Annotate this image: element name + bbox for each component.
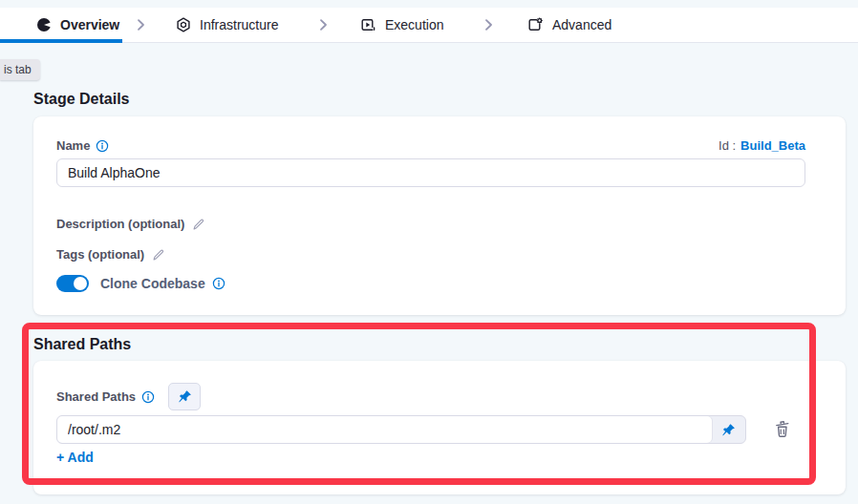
pin-input-button[interactable] (712, 416, 745, 443)
stage-tab-bar: Overview Infrastructure (0, 8, 858, 43)
clone-codebase-toggle[interactable] (56, 275, 89, 292)
add-path-link[interactable]: + Add (56, 450, 94, 465)
infrastructure-hexagon-icon (176, 17, 191, 32)
stage-configuration-screen: Overview Infrastructure (0, 0, 858, 504)
tab-advanced-label: Advanced (552, 17, 611, 32)
tab-execution-label: Execution (385, 17, 443, 32)
stage-details-card: Name Id : Build_Beta Description (option… (33, 116, 846, 315)
shared-path-input-group (56, 415, 746, 444)
stage-id-link[interactable]: Build_Beta (740, 138, 805, 153)
stage-name-input[interactable] (56, 158, 805, 187)
pin-icon (721, 423, 736, 437)
chevron-right-icon (481, 17, 496, 32)
active-tab-underline (0, 39, 122, 43)
chevron-right-icon (315, 17, 331, 32)
trash-icon (773, 419, 792, 439)
tags-label: Tags (optional) (56, 247, 144, 262)
tab-infrastructure-label: Infrastructure (200, 17, 278, 32)
info-icon[interactable] (96, 139, 109, 153)
toggle-knob (74, 277, 87, 290)
info-icon[interactable] (141, 390, 155, 404)
delete-path-button[interactable] (770, 416, 795, 441)
shared-paths-label: Shared Paths (56, 389, 155, 404)
edit-tags-pencil-icon[interactable] (152, 248, 165, 262)
execution-play-icon (360, 17, 376, 32)
clone-codebase-label: Clone Codebase (100, 276, 225, 291)
tooltip-text: is tab (4, 63, 32, 76)
name-label: Name (56, 138, 109, 153)
id-prefix: Id : (719, 138, 736, 153)
shared-paths-heading: Shared Paths (33, 336, 131, 353)
edit-description-pencil-icon[interactable] (192, 218, 205, 231)
info-icon[interactable] (212, 277, 225, 290)
tab-advanced[interactable]: Advanced (527, 8, 611, 42)
tooltip-fragment: is tab (0, 59, 40, 80)
pin-field-button[interactable] (168, 383, 201, 410)
tab-infrastructure[interactable]: Infrastructure (176, 8, 278, 42)
chevron-right-icon (133, 17, 148, 32)
description-label: Description (optional) (56, 217, 184, 231)
advanced-gear-icon (527, 17, 544, 32)
pin-icon (178, 389, 192, 404)
tab-overview-label: Overview (60, 17, 119, 32)
tab-overview[interactable]: Overview (36, 8, 119, 42)
shared-path-input[interactable] (57, 416, 712, 443)
overview-pie-icon (36, 17, 52, 32)
stage-details-heading: Stage Details (33, 91, 129, 108)
tab-execution[interactable]: Execution (360, 8, 443, 42)
stage-id: Id : Build_Beta (719, 138, 805, 153)
shared-paths-card: Shared Paths (33, 361, 846, 494)
